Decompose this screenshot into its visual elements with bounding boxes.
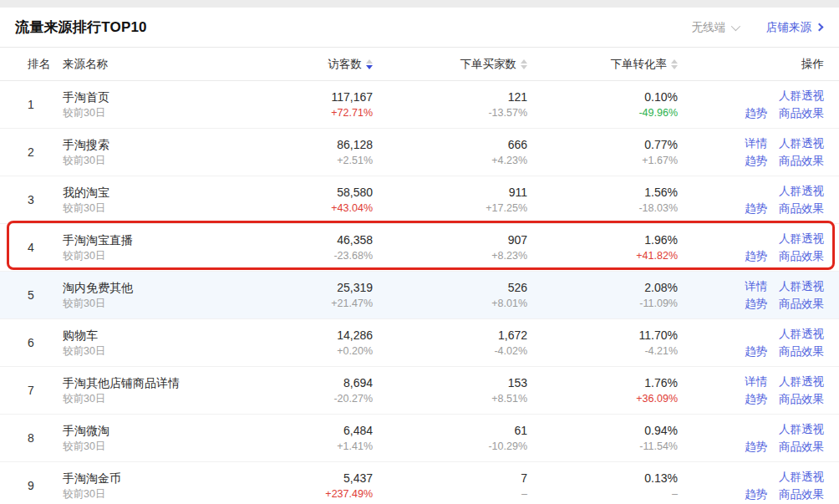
buyers-value: 121: [373, 89, 527, 105]
conversion-value: 1.96%: [527, 232, 678, 248]
table-row: 4 手淘淘宝直播 较前30日 46,358 -23.68% 907 +8.23%…: [0, 224, 839, 272]
buyers-value: 61: [373, 423, 527, 439]
product-effect-link[interactable]: 商品效果: [779, 297, 824, 312]
conversion-value: 2.08%: [527, 280, 678, 296]
detail-link[interactable]: 详情: [745, 279, 767, 294]
visitors-cell: 46,358 -23.68%: [247, 232, 373, 263]
visitors-value: 117,167: [247, 89, 373, 105]
terminal-filter-label: 无线端: [692, 20, 726, 35]
conversion-change: –: [527, 486, 678, 501]
column-header-conversion[interactable]: 下单转化率: [527, 57, 678, 72]
rank-value: 6: [15, 336, 52, 349]
trend-link[interactable]: 趋势: [745, 440, 767, 455]
buyers-change: +4.23%: [373, 153, 527, 168]
conversion-cell: 0.77% +1.67%: [527, 137, 678, 168]
visitors-value: 6,484: [247, 423, 373, 439]
conversion-value: 0.13%: [527, 471, 678, 486]
visitors-change: +21.47%: [247, 296, 373, 311]
product-effect-link[interactable]: 商品效果: [779, 487, 824, 502]
conversion-value: 0.77%: [527, 137, 678, 153]
conversion-cell: 1.76% +36.09%: [527, 375, 678, 406]
product-effect-link[interactable]: 商品效果: [779, 106, 824, 121]
product-effect-link[interactable]: 商品效果: [779, 249, 824, 264]
audience-insight-link[interactable]: 人群透视: [779, 89, 824, 104]
buyers-cell: 911 +17.25%: [373, 185, 527, 216]
audience-insight-link[interactable]: 人群透视: [779, 374, 824, 389]
detail-link[interactable]: 详情: [745, 136, 767, 151]
conversion-change: -4.21%: [527, 344, 678, 359]
compare-period-label: 较前30日: [63, 248, 247, 263]
trend-link[interactable]: 趋势: [745, 249, 767, 264]
rank-value: 9: [15, 479, 52, 492]
visitors-change: +0.20%: [247, 344, 373, 359]
source-name: 手淘微淘: [63, 423, 247, 439]
buyers-change: +17.25%: [373, 201, 527, 216]
audience-insight-link[interactable]: 人群透视: [779, 279, 824, 294]
trend-link[interactable]: 趋势: [745, 154, 767, 169]
source-name: 购物车: [63, 328, 247, 344]
trend-link[interactable]: 趋势: [745, 106, 767, 121]
buyers-value: 911: [373, 185, 527, 201]
visitors-cell: 86,128 +2.51%: [247, 137, 373, 168]
product-effect-link[interactable]: 商品效果: [779, 154, 824, 169]
table-row: 5 淘内免费其他 较前30日 25,319 +21.47% 526 +8.01%…: [0, 272, 839, 319]
table-row: 9 手淘淘金币 较前30日 5,437 +237.49% 7 – 0.13% –…: [0, 462, 839, 504]
audience-insight-link[interactable]: 人群透视: [779, 232, 824, 247]
audience-insight-link[interactable]: 人群透视: [779, 422, 824, 437]
source-name: 手淘首页: [63, 89, 247, 105]
buyers-change: –: [373, 486, 527, 501]
buyers-cell: 61 -10.29%: [373, 423, 527, 454]
audience-insight-link[interactable]: 人群透视: [779, 184, 824, 199]
visitors-cell: 58,580 +43.04%: [247, 185, 373, 216]
visitors-cell: 6,484 +1.41%: [247, 423, 373, 454]
compare-period-label: 较前30日: [63, 105, 247, 120]
rank-value: 3: [15, 193, 52, 206]
actions-cell: 人群透视 趋势 商品效果: [678, 327, 824, 359]
product-effect-link[interactable]: 商品效果: [779, 344, 824, 359]
actions-cell: 详情 人群透视 趋势 商品效果: [678, 136, 824, 169]
buyers-cell: 153 +8.51%: [373, 375, 527, 406]
buyers-change: +8.51%: [373, 391, 527, 406]
conversion-value: 1.56%: [527, 185, 678, 201]
column-header-visitors[interactable]: 访客数: [247, 57, 373, 72]
shop-source-link[interactable]: 店铺来源: [766, 20, 822, 35]
visitors-change: +237.49%: [247, 486, 373, 501]
buyers-cell: 907 +8.23%: [373, 232, 527, 263]
audience-insight-link[interactable]: 人群透视: [779, 327, 824, 342]
buyers-value: 1,672: [373, 328, 527, 344]
product-effect-link[interactable]: 商品效果: [779, 392, 824, 407]
trend-link[interactable]: 趋势: [745, 487, 767, 502]
source-name: 淘内免费其他: [63, 280, 247, 296]
visitors-change: -23.68%: [247, 248, 373, 263]
table-body: 1 手淘首页 较前30日 117,167 +72.71% 121 -13.57%…: [0, 81, 839, 504]
product-effect-link[interactable]: 商品效果: [779, 440, 824, 455]
terminal-filter-dropdown[interactable]: 无线端: [692, 20, 739, 35]
rank-value: 1: [15, 98, 52, 111]
detail-link[interactable]: 详情: [745, 374, 767, 389]
trend-link[interactable]: 趋势: [745, 201, 767, 216]
trend-link[interactable]: 趋势: [745, 297, 767, 312]
compare-period-label: 较前30日: [63, 439, 247, 454]
audience-insight-link[interactable]: 人群透视: [779, 136, 824, 151]
column-header-actions: 操作: [678, 57, 824, 72]
sort-icon-buyers[interactable]: [521, 59, 527, 69]
trend-link[interactable]: 趋势: [745, 344, 767, 359]
conversion-change: -11.09%: [527, 296, 678, 311]
audience-insight-link[interactable]: 人群透视: [779, 470, 824, 485]
sort-icon-conversion[interactable]: [671, 59, 678, 69]
actions-cell: 人群透视 趋势 商品效果: [678, 89, 824, 121]
buyers-value: 526: [373, 280, 527, 296]
visitors-value: 5,437: [247, 471, 373, 486]
sort-icon-visitors[interactable]: [366, 59, 373, 69]
trend-link[interactable]: 趋势: [745, 392, 767, 407]
column-header-buyers[interactable]: 下单买家数: [373, 57, 527, 72]
buyers-cell: 7 –: [373, 471, 527, 501]
buyers-value: 7: [373, 471, 527, 486]
actions-cell: 详情 人群透视 趋势 商品效果: [678, 374, 824, 407]
conversion-value: 1.76%: [527, 375, 678, 391]
source-name: 手淘其他店铺商品详情: [63, 375, 247, 391]
source-name: 手淘淘宝直播: [63, 232, 247, 248]
product-effect-link[interactable]: 商品效果: [779, 201, 824, 216]
conversion-change: -11.54%: [527, 439, 678, 454]
column-header-rank: 排名: [15, 57, 52, 72]
